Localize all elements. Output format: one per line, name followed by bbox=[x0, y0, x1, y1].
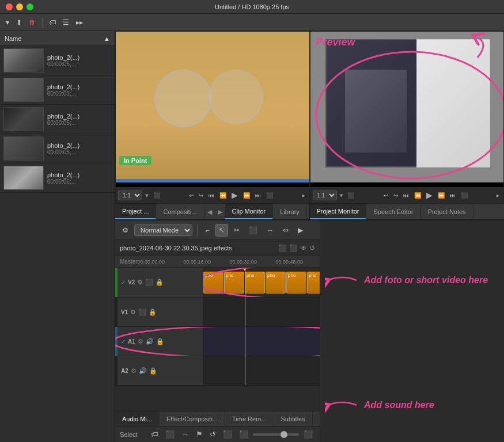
settings-icon-btn[interactable]: ⚙ bbox=[119, 224, 132, 237]
a1-check[interactable]: ✓ bbox=[121, 338, 126, 345]
clip[interactable]: pho bbox=[245, 272, 265, 294]
tab-project-monitor[interactable]: Project Monitor bbox=[310, 204, 367, 219]
proj-zoom-select[interactable]: 1:1 1:2 bbox=[313, 190, 337, 200]
a1-track-content[interactable] bbox=[203, 327, 320, 356]
clip[interactable]: pho bbox=[286, 272, 306, 294]
tab-library[interactable]: Library bbox=[273, 204, 307, 219]
proj-crop-btn[interactable]: ⬛ bbox=[346, 192, 356, 199]
list-item[interactable]: photo_2(...) 00:00:05;... bbox=[0, 163, 115, 193]
refresh-icon[interactable]: ↺ bbox=[309, 244, 315, 252]
tab-compositi[interactable]: Compositi... bbox=[156, 204, 204, 219]
zoom-slider[interactable] bbox=[253, 433, 299, 436]
tab-time-remap[interactable]: Time Rem... bbox=[225, 411, 274, 426]
proj-play-back[interactable]: ⏪ bbox=[412, 192, 423, 199]
zoom-fit-icon[interactable]: ⬛ bbox=[301, 429, 315, 440]
fullscreen-btn[interactable]: ⬛ bbox=[264, 192, 275, 199]
more-tools-btn[interactable]: ▶ bbox=[294, 224, 306, 237]
list-btn[interactable]: ☰ bbox=[60, 17, 71, 28]
crop-btn[interactable]: ⬛ bbox=[151, 192, 162, 199]
project-video-display[interactable]: Preview bbox=[310, 32, 504, 182]
list-item[interactable]: photo_2(...) 00:00:05;... bbox=[0, 46, 115, 75]
a1-mute-icon[interactable]: 🔊 bbox=[146, 338, 154, 345]
tab-nav-left[interactable]: ◀ bbox=[204, 204, 215, 219]
tab-nav-right[interactable]: ▶ bbox=[215, 204, 225, 219]
list-item[interactable]: photo_2(...) 00:00:05;... bbox=[0, 134, 115, 163]
maximize-button[interactable] bbox=[26, 3, 33, 10]
v2-track-content[interactable]: pho pho pho pho pho pho pho1 pho pho bbox=[203, 268, 320, 297]
slide-tool[interactable]: ⇔ bbox=[279, 224, 292, 237]
clip[interactable]: pho bbox=[266, 272, 286, 294]
mode-select[interactable]: Normal Mode bbox=[134, 224, 192, 236]
tab-effect-compositi[interactable]: Effect/Compositi... bbox=[160, 411, 225, 426]
group-icon[interactable]: ⬛ bbox=[221, 429, 234, 440]
v1-settings-icon[interactable]: ⚙ bbox=[130, 308, 136, 316]
select-tool[interactable]: ↖ bbox=[215, 224, 228, 237]
trim-tool[interactable]: ⬛ bbox=[245, 224, 261, 237]
resize-icon[interactable]: ⬛ bbox=[163, 429, 177, 440]
scrub-bar[interactable] bbox=[116, 179, 309, 182]
proj-go-end[interactable]: ⏭ bbox=[448, 192, 457, 199]
list-item[interactable]: photo_2(...) 00:00:05;... bbox=[0, 75, 115, 105]
ungroup-icon[interactable]: ⬛ bbox=[237, 429, 251, 440]
clip-video-display[interactable]: In Point bbox=[116, 32, 309, 182]
tab-audio-mixer[interactable]: Audio Mi... bbox=[115, 411, 160, 426]
play-back[interactable]: ⏪ bbox=[218, 192, 228, 199]
a2-lock-icon[interactable]: 🔒 bbox=[149, 367, 157, 375]
v1-track-content[interactable] bbox=[203, 298, 320, 326]
list-item[interactable]: photo_2(...) 00:00:05;... bbox=[0, 105, 115, 134]
v2-clip-icon[interactable]: ⬛ bbox=[145, 279, 153, 286]
proj-fullscreen-btn[interactable]: ⬛ bbox=[459, 192, 469, 199]
v2-check[interactable]: ✓ bbox=[121, 279, 126, 285]
tag-btn[interactable]: 🏷 bbox=[47, 17, 58, 28]
proj-go-start[interactable]: ⏮ bbox=[401, 192, 411, 199]
tab-project[interactable]: Project ... bbox=[115, 204, 156, 219]
tab-project-notes[interactable]: Project Notes bbox=[421, 204, 473, 219]
tab-speech-editor[interactable]: Speech Editor bbox=[366, 204, 420, 219]
split-icon[interactable]: ⬛ bbox=[289, 244, 298, 252]
v1-lock-icon[interactable]: 🔒 bbox=[149, 308, 157, 316]
clip[interactable]: pho bbox=[224, 272, 244, 294]
proj-play-fwd[interactable]: ⏩ bbox=[436, 192, 446, 199]
ripple-icon[interactable]: ↔ bbox=[179, 429, 191, 440]
close-button[interactable] bbox=[6, 3, 13, 10]
loop-icon[interactable]: ↺ bbox=[207, 429, 218, 440]
razor-tool[interactable]: ⌐ bbox=[202, 224, 213, 237]
cut-tool[interactable]: ✂ bbox=[230, 224, 243, 237]
play-fwd[interactable]: ⏩ bbox=[241, 192, 252, 199]
sidebar-scroll[interactable]: photo_2(...) 00:00:05;... photo_2(...) 0… bbox=[0, 46, 115, 442]
v1-clip-icon[interactable]: ⬛ bbox=[138, 308, 146, 316]
a1-settings-icon[interactable]: ⚙ bbox=[138, 338, 143, 345]
proj-mark-out[interactable]: ↪ bbox=[392, 192, 400, 199]
tab-subtitles[interactable]: Subtitles bbox=[274, 411, 313, 426]
mark-icon[interactable]: ⚑ bbox=[194, 429, 205, 440]
a2-mute-icon[interactable]: 🔊 bbox=[139, 367, 147, 375]
go-end[interactable]: ⏭ bbox=[253, 192, 263, 199]
zoom-select[interactable]: 1:1 1:2 2:1 bbox=[118, 190, 142, 200]
proj-next-btn[interactable]: ▸ bbox=[495, 192, 501, 199]
delete-btn[interactable]: 🗑 bbox=[26, 17, 38, 28]
sidebar-sort-icon[interactable]: ▲ bbox=[104, 35, 110, 42]
project-btn[interactable]: ▾ bbox=[3, 17, 12, 28]
clip[interactable]: pho bbox=[307, 272, 320, 294]
tag-icon[interactable]: 🏷 bbox=[149, 429, 161, 440]
go-start[interactable]: ⏮ bbox=[207, 192, 216, 199]
v2-lock-icon[interactable]: 🔒 bbox=[156, 279, 164, 286]
copy-icon[interactable]: ⬛ bbox=[278, 244, 287, 252]
proj-mark-in[interactable]: ↩ bbox=[382, 192, 390, 199]
upload-btn[interactable]: ⬆ bbox=[14, 17, 24, 28]
mark-out[interactable]: ↪ bbox=[197, 192, 205, 199]
tab-clip-monitor[interactable]: Clip Monitor bbox=[225, 204, 274, 219]
minimize-button[interactable] bbox=[16, 3, 23, 10]
proj-play-btn[interactable]: ▶ bbox=[425, 190, 434, 200]
a2-settings-icon[interactable]: ⚙ bbox=[131, 367, 137, 375]
eye-icon[interactable]: 👁 bbox=[300, 244, 307, 252]
a2-track-content[interactable] bbox=[203, 356, 320, 385]
next-btn[interactable]: ▸ bbox=[301, 192, 307, 199]
slip-tool[interactable]: ↔ bbox=[263, 224, 277, 237]
more-btn[interactable]: ▸▸ bbox=[74, 17, 85, 28]
clip[interactable]: pho bbox=[203, 272, 223, 294]
zoom-thumb[interactable] bbox=[281, 431, 287, 438]
play-btn[interactable]: ▶ bbox=[230, 190, 240, 200]
mark-in[interactable]: ↩ bbox=[187, 192, 195, 199]
a1-lock-icon[interactable]: 🔒 bbox=[156, 338, 164, 345]
